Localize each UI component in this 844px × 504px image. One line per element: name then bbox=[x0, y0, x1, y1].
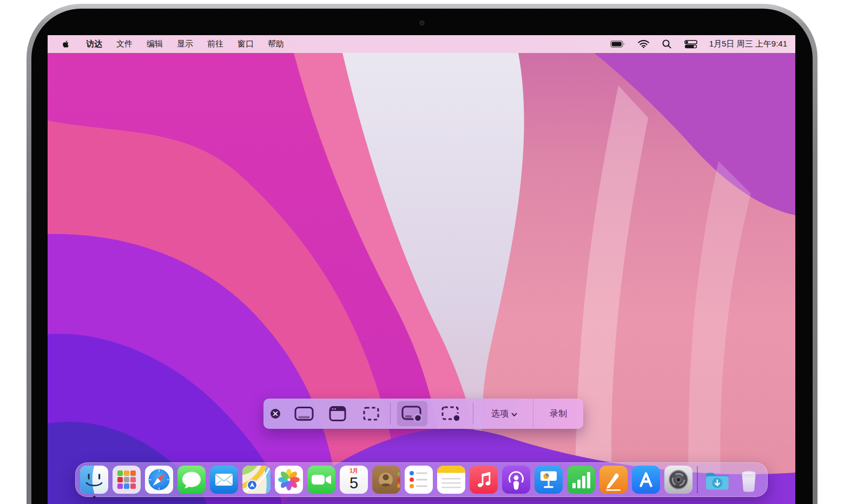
capture-selected-window-icon bbox=[328, 406, 347, 422]
dock-downloads-folder-icon[interactable] bbox=[702, 466, 730, 494]
control-center[interactable] bbox=[678, 35, 704, 53]
menu-item-label: 访达 bbox=[86, 39, 102, 49]
spotlight-search[interactable] bbox=[656, 35, 678, 53]
menu-item-label: 窗口 bbox=[238, 39, 254, 49]
dock-keynote-icon[interactable] bbox=[535, 466, 563, 494]
calendar-month-label: 1月 bbox=[350, 468, 358, 474]
record-button[interactable]: 录制 bbox=[533, 399, 583, 429]
dock-contacts-icon[interactable] bbox=[372, 466, 400, 494]
dock-calendar-icon[interactable]: 1月 5 bbox=[340, 466, 368, 494]
record-entire-screen-button[interactable] bbox=[397, 401, 428, 427]
screen: 访达 文件 编辑 显示 前往 窗口 帮助 1月5日 周三 上午9:41 bbox=[48, 35, 795, 504]
record-label: 录制 bbox=[550, 408, 567, 420]
dock-photos-icon[interactable] bbox=[275, 466, 303, 494]
capture-selected-portion-icon bbox=[362, 406, 380, 422]
apple-logo-icon bbox=[61, 39, 70, 49]
menu-item-finder[interactable]: 访达 bbox=[79, 35, 109, 53]
dock-maps-icon[interactable] bbox=[242, 466, 271, 494]
dock-reminders-icon[interactable] bbox=[405, 466, 433, 494]
dock-podcasts-icon[interactable] bbox=[502, 466, 530, 494]
dock-facetime-icon[interactable] bbox=[307, 466, 335, 494]
control-center-icon bbox=[684, 40, 697, 49]
record-entire-screen-icon bbox=[401, 405, 424, 422]
dock-system-preferences-icon[interactable] bbox=[664, 466, 693, 494]
finder-running-indicator bbox=[93, 496, 96, 499]
dock-safari-icon[interactable] bbox=[145, 466, 173, 494]
battery-icon bbox=[610, 41, 625, 48]
dock-trash-icon[interactable] bbox=[735, 466, 763, 494]
capture-selected-window-button[interactable] bbox=[321, 399, 354, 429]
dock-mail-icon[interactable] bbox=[210, 466, 238, 494]
menu-item-label: 前往 bbox=[207, 39, 223, 49]
dock-pages-icon[interactable] bbox=[599, 466, 628, 494]
dock-separator bbox=[697, 466, 698, 493]
record-selected-portion-icon bbox=[440, 405, 462, 422]
screenshot-toolbar: 选项 录制 bbox=[263, 399, 583, 429]
wifi-status[interactable] bbox=[631, 35, 656, 53]
close-icon bbox=[270, 408, 281, 419]
desktop-wallpaper bbox=[48, 53, 795, 504]
close-button[interactable] bbox=[263, 399, 287, 429]
menu-item-help[interactable]: 帮助 bbox=[261, 35, 291, 53]
dock: 1月 5 bbox=[75, 462, 768, 497]
menu-item-file[interactable]: 文件 bbox=[109, 35, 140, 53]
menu-item-go[interactable]: 前往 bbox=[200, 35, 230, 53]
wifi-icon bbox=[638, 40, 649, 48]
chevron-down-icon bbox=[511, 413, 517, 417]
webcam-camera bbox=[420, 21, 425, 25]
menu-bar: 访达 文件 编辑 显示 前往 窗口 帮助 1月5日 周三 上午9:41 bbox=[48, 35, 795, 53]
dock-app-store-icon[interactable] bbox=[632, 466, 660, 494]
record-selected-portion-button[interactable] bbox=[432, 399, 471, 429]
calendar-day-label: 5 bbox=[350, 474, 358, 492]
capture-selected-portion-button[interactable] bbox=[354, 399, 388, 429]
menu-item-label: 编辑 bbox=[147, 39, 163, 49]
menu-bar-clock[interactable]: 1月5日 周三 上午9:41 bbox=[704, 39, 787, 49]
dock-numbers-icon[interactable] bbox=[567, 466, 595, 494]
dock-messages-icon[interactable] bbox=[177, 466, 206, 494]
menu-item-label: 文件 bbox=[116, 39, 133, 49]
menu-item-label: 帮助 bbox=[268, 39, 284, 49]
toolbar-divider bbox=[473, 403, 473, 425]
spotlight-search-icon bbox=[662, 39, 671, 49]
dock-launchpad-icon[interactable] bbox=[113, 466, 141, 494]
dock-notes-icon[interactable] bbox=[437, 466, 465, 494]
menu-item-edit[interactable]: 编辑 bbox=[140, 35, 170, 53]
dock-finder-icon[interactable] bbox=[80, 466, 108, 494]
capture-entire-screen-button[interactable] bbox=[287, 399, 321, 429]
menu-item-label: 显示 bbox=[177, 39, 193, 49]
capture-entire-screen-icon bbox=[294, 406, 314, 422]
dock-music-icon[interactable] bbox=[470, 466, 498, 494]
options-button[interactable]: 选项 bbox=[476, 399, 533, 429]
menu-item-view[interactable]: 显示 bbox=[170, 35, 200, 53]
apple-menu[interactable] bbox=[56, 35, 76, 53]
battery-status[interactable] bbox=[604, 35, 631, 53]
options-label: 选项 bbox=[491, 408, 509, 420]
menu-item-window[interactable]: 窗口 bbox=[230, 35, 261, 53]
toolbar-divider bbox=[390, 403, 391, 425]
